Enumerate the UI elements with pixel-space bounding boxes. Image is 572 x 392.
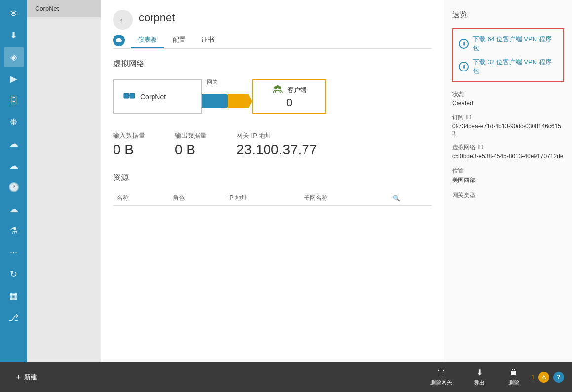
gateway-type-section: 网关类型 bbox=[452, 191, 564, 200]
location-value: 美国西部 bbox=[452, 176, 564, 184]
status-value: Created bbox=[452, 100, 564, 107]
tab-cloud-icon bbox=[113, 35, 125, 46]
location-section: 位置 美国西部 bbox=[452, 167, 564, 184]
download-32-icon: ⬇ bbox=[459, 62, 469, 71]
table-search-icon[interactable]: 🔍 bbox=[389, 191, 432, 206]
nav-icon-branch[interactable]: ⎇ bbox=[4, 308, 24, 327]
tab-bar: 仪表板 配置 证书 bbox=[113, 33, 432, 49]
nav-icon-refresh[interactable]: ↻ bbox=[4, 264, 24, 284]
gateway-type-label: 网关类型 bbox=[452, 191, 564, 200]
clients-count: 0 bbox=[286, 96, 292, 109]
delete-gateway-icon: 🗑 bbox=[437, 368, 445, 377]
nav-icon-download[interactable]: ⬇ bbox=[4, 26, 24, 45]
secondary-sidebar: CorpNet bbox=[27, 0, 101, 362]
export-button[interactable]: ⬇ 导出 bbox=[462, 364, 496, 391]
nav-icon-network[interactable]: ◈ bbox=[4, 47, 24, 67]
vnet-node-name: CorpNet bbox=[140, 93, 166, 101]
connector-yellow bbox=[228, 94, 252, 108]
export-label: 导出 bbox=[474, 379, 485, 387]
toolbar-right: 1 ⚠ ? bbox=[531, 372, 564, 383]
metric-output-value: 0 B bbox=[175, 142, 207, 158]
metric-input-label: 输入数据量 bbox=[113, 131, 145, 140]
nav-icon-data[interactable]: ▶ bbox=[4, 69, 24, 89]
resources-section-title: 资源 bbox=[113, 173, 432, 183]
status-section: 状态 Created bbox=[452, 90, 564, 107]
vnet-id-label: 虚拟网络 ID bbox=[452, 143, 564, 152]
subscription-section: 订阅 ID 09734cea-e71d-4b13-90dc-0308146c61… bbox=[452, 113, 564, 137]
delete-gateway-label: 删除网关 bbox=[430, 379, 452, 386]
gateway-label: 网关 bbox=[207, 78, 218, 86]
delete-label: 删除 bbox=[508, 379, 519, 386]
col-ip: IP 地址 bbox=[224, 191, 300, 206]
download-64-link[interactable]: ⬇ 下载 64 位客户端 VPN 程序包 bbox=[459, 35, 557, 53]
gateway-connector: 网关 bbox=[202, 79, 252, 114]
metric-output-label: 输出数据量 bbox=[175, 131, 207, 140]
alert-badge[interactable]: ⚠ bbox=[538, 372, 549, 383]
connector-blue bbox=[202, 94, 231, 108]
nav-icon-dots[interactable]: ··· bbox=[4, 243, 24, 262]
metrics-row: 输入数据量 0 B 输出数据量 0 B 网关 IP 地址 23.100.37.7… bbox=[113, 131, 432, 158]
delete-button[interactable]: 🗑 删除 bbox=[496, 364, 531, 391]
download-64-icon: ⬇ bbox=[459, 39, 469, 49]
new-button[interactable]: + 新建 bbox=[8, 368, 45, 387]
resources-section: 资源 名称 角色 IP 地址 子网名称 🔍 bbox=[113, 173, 432, 353]
nav-icon-cloud3[interactable]: ☁ bbox=[4, 199, 24, 219]
nav-icon-flask[interactable]: ⚗ bbox=[4, 221, 24, 241]
vnet-id-section: 虚拟网络 ID c5f0bde3-e538-4545-8013-40e91707… bbox=[452, 143, 564, 160]
vnet-id-value: c5f0bde3-e538-4545-8013-40e9170712de bbox=[452, 153, 564, 160]
download-32-link[interactable]: ⬇ 下载 32 位客户端 VPN 程序包 bbox=[459, 58, 557, 75]
nav-icon-eye[interactable]: 👁 bbox=[4, 4, 24, 24]
alert-icon: ⚠ bbox=[541, 374, 546, 381]
col-role: 角色 bbox=[169, 191, 225, 206]
status-label: 状态 bbox=[452, 90, 564, 99]
clients-icon bbox=[272, 85, 283, 96]
new-label: 新建 bbox=[24, 373, 37, 382]
icon-sidebar: 👁 ⬇ ◈ ▶ 🗄 ❋ ☁ ☁ 🕐 ☁ ⚗ ··· ↻ ▦ ⎇ bbox=[0, 0, 27, 362]
location-label: 位置 bbox=[452, 167, 564, 175]
sidebar-item-corpnet[interactable]: CorpNet bbox=[27, 0, 101, 17]
nav-icon-cluster[interactable]: ❋ bbox=[4, 112, 24, 132]
export-icon: ⬇ bbox=[476, 368, 483, 377]
clients-box: 客户端 0 bbox=[252, 79, 326, 114]
nav-icon-grid[interactable]: ▦ bbox=[4, 286, 24, 306]
subscription-value: 09734cea-e71d-4b13-90dc-0308146c6153 bbox=[452, 123, 564, 137]
clients-header: 客户端 bbox=[272, 85, 306, 96]
page-title: corpnet bbox=[139, 11, 175, 24]
new-icon: + bbox=[16, 372, 21, 383]
delete-gateway-button[interactable]: 🗑 删除网关 bbox=[420, 364, 462, 391]
col-name: 名称 bbox=[113, 191, 169, 206]
vnet-node-icon bbox=[123, 91, 135, 103]
metric-gateway-ip-value: 23.100.37.77 bbox=[236, 142, 317, 158]
tab-config[interactable]: 配置 bbox=[166, 33, 192, 48]
tab-dashboard[interactable]: 仪表板 bbox=[131, 33, 164, 48]
toolbar-actions: 🗑 删除网关 ⬇ 导出 🗑 删除 bbox=[420, 364, 531, 391]
nav-icon-cloud[interactable]: ☁ bbox=[4, 134, 24, 154]
metric-gateway-ip-label: 网关 IP 地址 bbox=[236, 131, 317, 140]
metric-gateway-ip: 网关 IP 地址 23.100.37.77 bbox=[236, 131, 317, 158]
nav-icon-clock[interactable]: 🕐 bbox=[4, 178, 24, 197]
help-button[interactable]: ? bbox=[553, 372, 564, 383]
tab-cert[interactable]: 证书 bbox=[194, 33, 221, 48]
main-content: ← corpnet 仪表板 配置 证书 虚拟网络 bbox=[101, 0, 444, 362]
vnet-node: CorpNet bbox=[113, 79, 202, 114]
alert-count-label: 1 bbox=[531, 374, 534, 381]
quick-sidebar: 速览 ⬇ 下载 64 位客户端 VPN 程序包 ⬇ 下载 32 位客户端 VPN… bbox=[444, 0, 572, 362]
bottom-toolbar: + 新建 🗑 删除网关 ⬇ 导出 🗑 删除 1 ⚠ ? bbox=[0, 362, 572, 392]
svg-rect-0 bbox=[124, 93, 129, 98]
vnet-section-title: 虚拟网络 bbox=[113, 59, 432, 69]
resources-table: 名称 角色 IP 地址 子网名称 🔍 bbox=[113, 191, 432, 206]
quick-links-box: ⬇ 下载 64 位客户端 VPN 程序包 ⬇ 下载 32 位客户端 VPN 程序… bbox=[452, 28, 564, 82]
delete-icon: 🗑 bbox=[510, 368, 518, 377]
subscription-label: 订阅 ID bbox=[452, 113, 564, 122]
metric-input-value: 0 B bbox=[113, 142, 145, 158]
svg-point-4 bbox=[276, 85, 279, 88]
metric-input: 输入数据量 0 B bbox=[113, 131, 145, 158]
nav-icon-storage[interactable]: 🗄 bbox=[4, 91, 24, 110]
metric-output: 输出数据量 0 B bbox=[175, 131, 207, 158]
clients-label: 客户端 bbox=[287, 86, 306, 95]
download-64-label: 下载 64 位客户端 VPN 程序包 bbox=[473, 35, 557, 53]
col-subnet: 子网名称 bbox=[300, 191, 389, 206]
nav-icon-cloud2[interactable]: ☁ bbox=[4, 156, 24, 176]
download-32-label: 下载 32 位客户端 VPN 程序包 bbox=[473, 58, 557, 75]
back-button[interactable]: ← bbox=[113, 10, 133, 30]
